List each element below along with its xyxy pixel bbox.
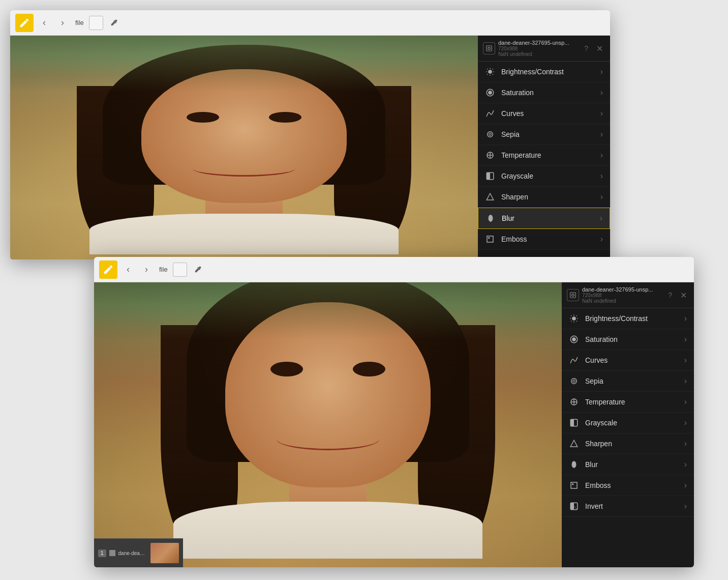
temperature-arrow-b (684, 397, 687, 407)
menu-item-temperature-b[interactable]: Temperature (562, 392, 694, 413)
menu-item-invert-b[interactable]: Invert (562, 496, 694, 517)
svg-rect-51 (570, 503, 574, 510)
thumbnail-badge: 1 (98, 549, 106, 557)
menu-item-brightness-b[interactable]: Brightness/Contrast (562, 308, 694, 329)
back-button-bottom[interactable]: ‹ (120, 262, 136, 277)
forward-button[interactable]: › (55, 15, 70, 31)
eyedropper-button-bottom[interactable] (190, 262, 205, 277)
menu-item-blur[interactable]: Blur (478, 208, 610, 229)
svg-rect-48 (571, 482, 577, 488)
emboss-arrow-b (684, 481, 687, 490)
eyedropper-button[interactable] (106, 15, 122, 31)
menu-item-temperature[interactable]: Temperature (478, 145, 610, 166)
svg-point-26 (572, 294, 574, 297)
sepia-label-b: Sepia (585, 377, 678, 385)
panel-header-bottom: dane-deaner-327695-unsp... 720x988 NaN u… (562, 282, 694, 308)
blur-label: Blur (502, 214, 594, 222)
svg-line-5 (487, 69, 488, 69)
panel-icon-bottom (567, 289, 579, 301)
emboss-label-b: Emboss (585, 481, 678, 489)
svg-rect-23 (487, 236, 493, 242)
panel-icon (483, 42, 495, 54)
panel-meta-bottom: NaN undefined (582, 298, 662, 304)
sharpen-arrow (600, 192, 603, 201)
menu-item-grayscale[interactable]: Grayscale (478, 166, 610, 187)
grayscale-label-b: Grayscale (585, 419, 678, 427)
svg-marker-21 (487, 193, 494, 200)
svg-line-9 (487, 74, 488, 75)
back-button[interactable]: ‹ (37, 15, 52, 31)
panel-help-button[interactable]: ? (581, 43, 591, 53)
emboss-arrow (600, 235, 603, 244)
svg-rect-49 (572, 483, 573, 485)
color-swatch-bottom[interactable] (173, 263, 187, 277)
svg-point-37 (572, 337, 576, 341)
invert-label-b: Invert (585, 502, 678, 510)
curves-arrow-b (684, 356, 687, 365)
svg-point-22 (489, 215, 493, 222)
saturation-icon (485, 88, 495, 98)
sepia-icon-b (569, 376, 579, 386)
panel-filename-bottom: dane-deaner-327695-unsp... (582, 286, 662, 293)
svg-point-12 (488, 91, 492, 95)
grayscale-icon-b (569, 418, 579, 428)
curves-icon (485, 108, 495, 119)
svg-rect-20 (487, 172, 490, 180)
sharpen-icon-b (569, 439, 579, 449)
color-swatch[interactable] (89, 16, 103, 30)
panel-close-button-bottom[interactable]: ✕ (678, 289, 689, 301)
thumbnail-name: dane-deaner-327695-u... (118, 550, 147, 556)
back-icon: ‹ (43, 17, 46, 28)
brightness-label-b: Brightness/Contrast (585, 314, 678, 323)
menu-item-blur-b[interactable]: Blur (562, 454, 694, 475)
brightness-icon (485, 67, 495, 77)
saturation-label: Saturation (501, 89, 594, 97)
sharpen-arrow-b (684, 439, 687, 448)
svg-rect-0 (487, 46, 492, 51)
emboss-icon (485, 234, 495, 244)
thumbnail-strip: 1 dane-deaner-327695-u... (94, 538, 183, 567)
svg-point-1 (488, 47, 491, 50)
svg-line-30 (571, 315, 571, 316)
svg-line-31 (577, 321, 577, 322)
menu-item-sepia-b[interactable]: Sepia (562, 371, 694, 392)
svg-point-47 (572, 461, 577, 468)
app-logo-bottom[interactable] (99, 260, 117, 279)
thumbnail-visibility-icon (109, 550, 115, 556)
curves-label-b: Curves (585, 356, 678, 364)
menu-item-sharpen-b[interactable]: Sharpen (562, 433, 694, 454)
grayscale-label: Grayscale (501, 172, 594, 180)
blur-icon (486, 213, 496, 223)
menu-item-emboss-b[interactable]: Emboss (562, 475, 694, 496)
menu-item-brightness[interactable]: Brightness/Contrast (478, 62, 610, 82)
panel-help-button-bottom[interactable]: ? (665, 290, 675, 300)
app-logo[interactable] (15, 14, 34, 32)
svg-line-6 (493, 74, 493, 75)
panel-close-button[interactable]: ✕ (594, 43, 605, 54)
menu-item-emboss[interactable]: Emboss (478, 229, 610, 250)
sepia-arrow (600, 130, 603, 139)
thumbnail-image[interactable] (150, 543, 179, 563)
menu-item-grayscale-b[interactable]: Grayscale (562, 413, 694, 433)
image-area-top (10, 36, 478, 259)
emboss-label: Emboss (501, 235, 594, 243)
menu-item-sepia[interactable]: Sepia (478, 124, 610, 145)
menu-item-saturation-b[interactable]: Saturation (562, 329, 694, 350)
panel-meta-top: NaN undefined (498, 51, 578, 57)
side-panel-bottom: dane-deaner-327695-unsp... 720x988 NaN u… (562, 282, 694, 567)
svg-point-40 (573, 380, 574, 381)
invert-arrow-b (684, 502, 687, 511)
menu-item-sharpen[interactable]: Sharpen (478, 187, 610, 208)
menu-item-curves[interactable]: Curves (478, 103, 610, 124)
panel-dimensions-bottom: 720x988 (582, 293, 662, 298)
panel-info: dane-deaner-327695-unsp... 720x988 NaN u… (498, 40, 578, 57)
sepia-label: Sepia (501, 130, 594, 138)
sharpen-icon (485, 192, 495, 202)
menu-item-saturation[interactable]: Saturation (478, 82, 610, 103)
blur-arrow-b (684, 460, 687, 469)
menu-item-curves-b[interactable]: Curves (562, 350, 694, 371)
forward-button-bottom[interactable]: › (139, 262, 154, 277)
emboss-icon-b (569, 480, 579, 490)
photo-top (10, 36, 478, 259)
svg-point-13 (488, 132, 493, 137)
